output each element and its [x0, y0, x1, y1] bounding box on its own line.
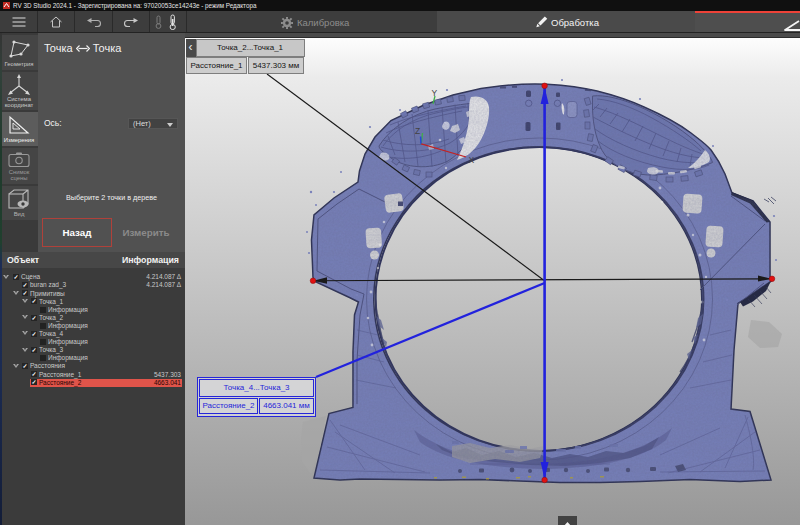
svg-text:X: X	[469, 155, 475, 165]
svg-text:Y: Y	[432, 88, 438, 98]
svg-text:Z: Z	[415, 126, 420, 136]
